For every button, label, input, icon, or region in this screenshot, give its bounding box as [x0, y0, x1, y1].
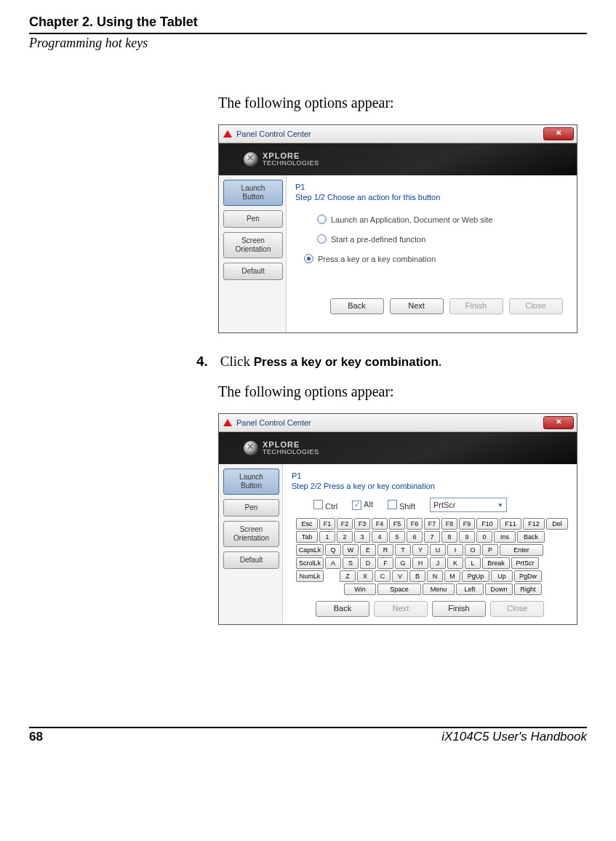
key-win[interactable]: Win [344, 583, 376, 595]
key-f3[interactable]: F3 [354, 518, 370, 530]
key-a[interactable]: A [325, 557, 341, 569]
sidebar-screen-orientation-button[interactable]: Screen Orientation [223, 521, 279, 547]
alt-checkbox[interactable]: ✓Alt [352, 500, 373, 510]
key-prtscr[interactable]: PrtScr [511, 557, 539, 569]
back-button[interactable]: Back [316, 601, 369, 617]
key-left[interactable]: Left [456, 583, 484, 595]
key-w[interactable]: W [343, 544, 359, 556]
sidebar-pen-button[interactable]: Pen [223, 499, 279, 517]
close-wizard-button: Close [509, 298, 563, 314]
key-q[interactable]: Q [325, 544, 341, 556]
key-f5[interactable]: F5 [389, 518, 405, 530]
key-r[interactable]: R [377, 544, 393, 556]
key-9[interactable]: 9 [459, 531, 475, 543]
key-f7[interactable]: F7 [424, 518, 440, 530]
key-enter[interactable]: Enter [500, 544, 543, 556]
sidebar-launch-button[interactable]: Launch Button [223, 469, 279, 495]
sidebar-launch-button[interactable]: Launch Button [223, 180, 283, 206]
key-j[interactable]: J [430, 557, 446, 569]
key-capslk[interactable]: CapsLk [296, 544, 324, 556]
key-e[interactable]: E [360, 544, 376, 556]
option-launch-app[interactable]: Launch an Application, Document or Web s… [317, 215, 568, 224]
key-f6[interactable]: F6 [407, 518, 423, 530]
key-m[interactable]: M [444, 570, 460, 582]
key-l[interactable]: L [465, 557, 481, 569]
key-k[interactable]: K [447, 557, 463, 569]
key-p[interactable]: P [482, 544, 498, 556]
sidebar-default-button[interactable]: Default [223, 263, 283, 280]
chevron-down-icon: ▼ [497, 502, 503, 509]
key-z[interactable]: Z [340, 570, 356, 582]
key-h[interactable]: H [412, 557, 428, 569]
key-5[interactable]: 5 [389, 531, 405, 543]
key-y[interactable]: Y [412, 544, 428, 556]
key-combo-select[interactable]: PrtScr ▼ [430, 498, 507, 512]
key-8[interactable]: 8 [441, 531, 457, 543]
checkbox-icon [388, 500, 397, 509]
key-6[interactable]: 6 [407, 531, 423, 543]
sidebar-pen-button[interactable]: Pen [223, 210, 283, 228]
key-right[interactable]: Right [514, 583, 542, 595]
finish-button[interactable]: Finish [432, 601, 486, 617]
key-f4[interactable]: F4 [372, 518, 388, 530]
shift-checkbox[interactable]: Shift [388, 500, 415, 511]
key-f8[interactable]: F8 [441, 518, 457, 530]
key-numlk[interactable]: NumLk [296, 570, 324, 582]
key-i[interactable]: I [447, 544, 463, 556]
key-down[interactable]: Down [485, 583, 513, 595]
key-f12[interactable]: F12 [523, 518, 545, 530]
option-key-combination[interactable]: Press a key or a key combination [304, 254, 568, 263]
close-button[interactable]: ✕ [543, 127, 574, 140]
key-2[interactable]: 2 [337, 531, 353, 543]
back-button[interactable]: Back [330, 298, 384, 314]
key-4[interactable]: 4 [372, 531, 388, 543]
key-menu[interactable]: Menu [423, 583, 455, 595]
key-3[interactable]: 3 [354, 531, 370, 543]
key-0[interactable]: 0 [476, 531, 492, 543]
key-t[interactable]: T [395, 544, 411, 556]
step-number: 4. [196, 354, 217, 370]
next-button[interactable]: Next [390, 298, 444, 314]
key-up[interactable]: Up [491, 570, 513, 582]
alt-label: Alt [364, 500, 373, 509]
key-1[interactable]: 1 [319, 531, 335, 543]
key-7[interactable]: 7 [424, 531, 440, 543]
key-u[interactable]: U [430, 544, 446, 556]
chapter-title: Chapter 2. Using the Tablet [29, 15, 587, 30]
key-break[interactable]: Break [482, 557, 510, 569]
key-f10[interactable]: F10 [476, 518, 498, 530]
key-v[interactable]: V [392, 570, 408, 582]
option-predefined[interactable]: Start a pre-defined functon [317, 234, 568, 244]
sidebar-screen-orientation-button[interactable]: Screen Orientation [223, 232, 283, 258]
key-o[interactable]: O [465, 544, 481, 556]
key-back[interactable]: Back [517, 531, 545, 543]
key-f[interactable]: F [377, 557, 393, 569]
key-f2[interactable]: F2 [337, 518, 353, 530]
key-n[interactable]: N [427, 570, 443, 582]
ctrl-checkbox[interactable]: Ctrl [313, 500, 337, 511]
key-space[interactable]: Space [377, 583, 421, 595]
key-ins[interactable]: Ins [494, 531, 516, 543]
close-button[interactable]: ✕ [543, 416, 574, 429]
key-esc[interactable]: Esc [296, 518, 318, 530]
key-del[interactable]: Del [546, 518, 568, 530]
sidebar-default-button[interactable]: Default [223, 551, 279, 569]
key-s[interactable]: S [343, 557, 359, 569]
key-tab[interactable]: Tab [296, 531, 318, 543]
key-x[interactable]: X [357, 570, 373, 582]
page-footer: 68 iX104C5 User's Handbook [29, 730, 587, 752]
finish-button: Finish [449, 298, 503, 314]
key-d[interactable]: D [360, 557, 376, 569]
key-f11[interactable]: F11 [500, 518, 521, 530]
radio-icon [304, 254, 313, 263]
key-f1[interactable]: F1 [319, 518, 335, 530]
book-title: iX104C5 User's Handbook [441, 730, 587, 744]
key-scrollk[interactable]: ScrolLk [296, 557, 324, 569]
key-c[interactable]: C [375, 570, 391, 582]
key-pgdw[interactable]: PgDw [514, 570, 542, 582]
key-g[interactable]: G [395, 557, 411, 569]
key-b[interactable]: B [409, 570, 425, 582]
key-pgup[interactable]: PgUp [462, 570, 489, 582]
key-f9[interactable]: F9 [459, 518, 475, 530]
kb-row-1: EscF1F2F3F4F5F6F7F8F9F10F11F12Del [296, 518, 568, 530]
